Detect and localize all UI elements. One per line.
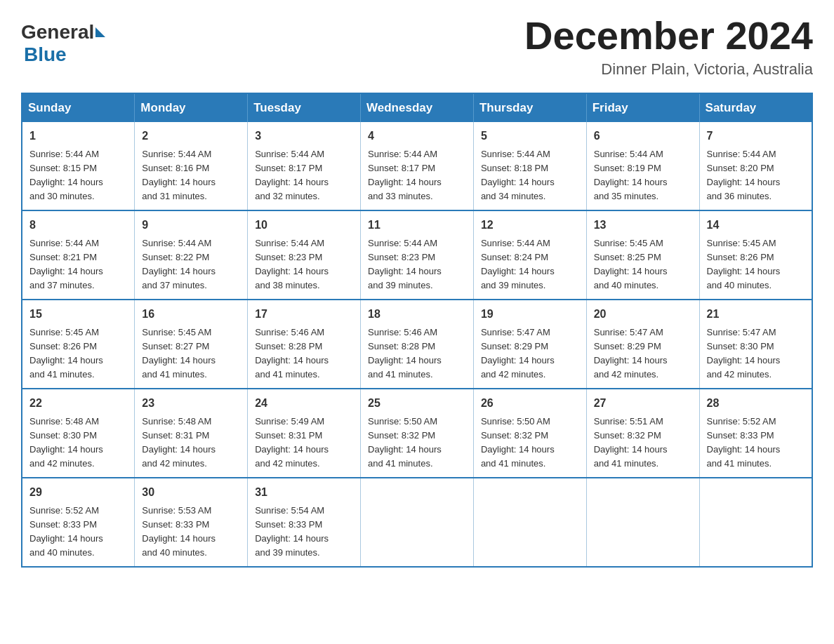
- table-row: 16 Sunrise: 5:45 AM Sunset: 8:27 PM Dayl…: [135, 300, 248, 389]
- calendar-week-row: 29 Sunrise: 5:52 AM Sunset: 8:33 PM Dayl…: [22, 478, 812, 567]
- sunset-info: Sunset: 8:21 PM: [29, 252, 97, 262]
- table-row: 14 Sunrise: 5:45 AM Sunset: 8:26 PM Dayl…: [699, 210, 812, 300]
- day-number: 12: [481, 217, 579, 234]
- daylight-info: Daylight: 14 hoursand 41 minutes.: [255, 355, 329, 380]
- table-row: 13 Sunrise: 5:45 AM Sunset: 8:25 PM Dayl…: [586, 210, 699, 300]
- sunset-info: Sunset: 8:26 PM: [29, 341, 97, 351]
- table-row: 31 Sunrise: 5:54 AM Sunset: 8:33 PM Dayl…: [248, 478, 361, 567]
- day-number: 31: [255, 484, 353, 501]
- day-number: 10: [255, 217, 353, 234]
- location-subtitle: Dinner Plain, Victoria, Australia: [524, 60, 813, 79]
- daylight-info: Daylight: 14 hoursand 34 minutes.: [481, 177, 555, 201]
- sunset-info: Sunset: 8:24 PM: [481, 252, 548, 262]
- table-row: 15 Sunrise: 5:45 AM Sunset: 8:26 PM Dayl…: [22, 300, 135, 389]
- sunrise-info: Sunrise: 5:45 AM: [142, 327, 211, 337]
- day-number: 22: [29, 395, 127, 412]
- sunrise-info: Sunrise: 5:44 AM: [594, 149, 663, 159]
- sunrise-info: Sunrise: 5:45 AM: [594, 238, 663, 248]
- day-number: 26: [481, 395, 579, 412]
- sunrise-info: Sunrise: 5:44 AM: [481, 149, 550, 159]
- daylight-info: Daylight: 14 hoursand 40 minutes.: [594, 266, 668, 290]
- sunrise-info: Sunrise: 5:46 AM: [368, 327, 437, 337]
- sunrise-info: Sunrise: 5:44 AM: [142, 238, 211, 248]
- table-row: 18 Sunrise: 5:46 AM Sunset: 8:28 PM Dayl…: [361, 300, 474, 389]
- daylight-info: Daylight: 14 hoursand 40 minutes.: [707, 266, 781, 290]
- day-number: 8: [29, 217, 127, 234]
- table-row: 10 Sunrise: 5:44 AM Sunset: 8:23 PM Dayl…: [248, 210, 361, 300]
- day-number: 21: [707, 306, 805, 323]
- table-row: [473, 478, 586, 567]
- logo-general-text: General: [21, 21, 94, 43]
- table-row: [361, 478, 474, 567]
- table-row: 20 Sunrise: 5:47 AM Sunset: 8:29 PM Dayl…: [586, 300, 699, 389]
- sunrise-info: Sunrise: 5:44 AM: [707, 149, 776, 159]
- daylight-info: Daylight: 14 hoursand 41 minutes.: [481, 444, 555, 469]
- header-row: Sunday Monday Tuesday Wednesday Thursday…: [22, 93, 812, 122]
- table-row: 19 Sunrise: 5:47 AM Sunset: 8:29 PM Dayl…: [473, 300, 586, 389]
- table-row: 26 Sunrise: 5:50 AM Sunset: 8:32 PM Dayl…: [473, 389, 586, 478]
- col-sunday: Sunday: [22, 93, 135, 122]
- col-thursday: Thursday: [473, 93, 586, 122]
- sunset-info: Sunset: 8:32 PM: [481, 430, 548, 441]
- sunrise-info: Sunrise: 5:44 AM: [368, 149, 437, 159]
- sunset-info: Sunset: 8:18 PM: [481, 163, 548, 173]
- daylight-info: Daylight: 14 hoursand 42 minutes.: [707, 355, 781, 380]
- day-number: 1: [29, 128, 127, 145]
- sunrise-info: Sunrise: 5:44 AM: [142, 149, 211, 159]
- sunrise-info: Sunrise: 5:50 AM: [368, 416, 437, 427]
- table-row: 2 Sunrise: 5:44 AM Sunset: 8:16 PM Dayli…: [135, 122, 248, 210]
- table-row: 11 Sunrise: 5:44 AM Sunset: 8:23 PM Dayl…: [361, 210, 474, 300]
- sunset-info: Sunset: 8:17 PM: [368, 163, 435, 173]
- daylight-info: Daylight: 14 hoursand 31 minutes.: [142, 177, 216, 201]
- sunrise-info: Sunrise: 5:50 AM: [481, 416, 550, 427]
- sunrise-info: Sunrise: 5:49 AM: [255, 416, 324, 427]
- daylight-info: Daylight: 14 hoursand 37 minutes.: [142, 266, 216, 290]
- page-header: General Blue December 2024 Dinner Plain,…: [21, 14, 813, 79]
- sunrise-info: Sunrise: 5:51 AM: [594, 416, 663, 427]
- calendar-body: 1 Sunrise: 5:44 AM Sunset: 8:15 PM Dayli…: [22, 122, 812, 567]
- sunset-info: Sunset: 8:31 PM: [142, 430, 209, 441]
- day-number: 18: [368, 306, 466, 323]
- daylight-info: Daylight: 14 hoursand 39 minutes.: [255, 533, 329, 558]
- table-row: 7 Sunrise: 5:44 AM Sunset: 8:20 PM Dayli…: [699, 122, 812, 210]
- sunrise-info: Sunrise: 5:54 AM: [255, 505, 324, 516]
- sunset-info: Sunset: 8:31 PM: [255, 430, 322, 441]
- daylight-info: Daylight: 14 hoursand 39 minutes.: [368, 266, 442, 290]
- daylight-info: Daylight: 14 hoursand 40 minutes.: [142, 533, 216, 558]
- logo-blue-text: Blue: [24, 43, 67, 65]
- daylight-info: Daylight: 14 hoursand 41 minutes.: [594, 444, 668, 469]
- day-number: 30: [142, 484, 240, 501]
- day-number: 23: [142, 395, 240, 412]
- sunrise-info: Sunrise: 5:46 AM: [255, 327, 324, 337]
- sunrise-info: Sunrise: 5:48 AM: [142, 416, 211, 427]
- sunset-info: Sunset: 8:25 PM: [594, 252, 661, 262]
- calendar-week-row: 15 Sunrise: 5:45 AM Sunset: 8:26 PM Dayl…: [22, 300, 812, 389]
- sunrise-info: Sunrise: 5:44 AM: [29, 238, 99, 248]
- table-row: 30 Sunrise: 5:53 AM Sunset: 8:33 PM Dayl…: [135, 478, 248, 567]
- daylight-info: Daylight: 14 hoursand 35 minutes.: [594, 177, 668, 201]
- sunset-info: Sunset: 8:19 PM: [594, 163, 661, 173]
- sunrise-info: Sunrise: 5:53 AM: [142, 505, 211, 516]
- sunrise-info: Sunrise: 5:44 AM: [255, 149, 324, 159]
- table-row: 17 Sunrise: 5:46 AM Sunset: 8:28 PM Dayl…: [248, 300, 361, 389]
- sunset-info: Sunset: 8:23 PM: [255, 252, 322, 262]
- table-row: 24 Sunrise: 5:49 AM Sunset: 8:31 PM Dayl…: [248, 389, 361, 478]
- day-number: 11: [368, 217, 466, 234]
- day-number: 29: [29, 484, 127, 501]
- sunrise-info: Sunrise: 5:45 AM: [707, 238, 776, 248]
- table-row: 22 Sunrise: 5:48 AM Sunset: 8:30 PM Dayl…: [22, 389, 135, 478]
- calendar-week-row: 1 Sunrise: 5:44 AM Sunset: 8:15 PM Dayli…: [22, 122, 812, 210]
- calendar-week-row: 8 Sunrise: 5:44 AM Sunset: 8:21 PM Dayli…: [22, 210, 812, 300]
- sunset-info: Sunset: 8:29 PM: [481, 341, 548, 351]
- table-row: 6 Sunrise: 5:44 AM Sunset: 8:19 PM Dayli…: [586, 122, 699, 210]
- sunset-info: Sunset: 8:15 PM: [29, 163, 97, 173]
- sunset-info: Sunset: 8:26 PM: [707, 252, 774, 262]
- sunset-info: Sunset: 8:33 PM: [255, 519, 322, 530]
- table-row: 21 Sunrise: 5:47 AM Sunset: 8:30 PM Dayl…: [699, 300, 812, 389]
- sunrise-info: Sunrise: 5:47 AM: [707, 327, 776, 337]
- daylight-info: Daylight: 14 hoursand 42 minutes.: [481, 355, 555, 380]
- month-title: December 2024: [524, 14, 813, 58]
- table-row: 9 Sunrise: 5:44 AM Sunset: 8:22 PM Dayli…: [135, 210, 248, 300]
- daylight-info: Daylight: 14 hoursand 39 minutes.: [481, 266, 555, 290]
- sunset-info: Sunset: 8:29 PM: [594, 341, 661, 351]
